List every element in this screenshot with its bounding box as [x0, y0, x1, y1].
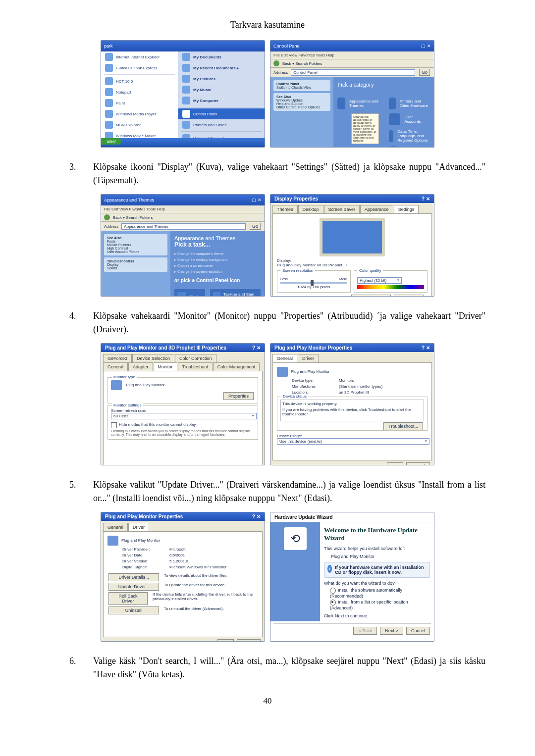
cat-printers[interactable]: Printers and Other Hardware: [389, 98, 430, 109]
usage-select[interactable]: Use this device (enable): [277, 438, 429, 445]
refresh-select[interactable]: 60 Hertz: [111, 413, 257, 419]
cat-accessibility[interactable]: Accessibility Options: [389, 147, 430, 148]
sm-paint[interactable]: Paint: [101, 98, 178, 108]
tab-colormgmt[interactable]: Color Management: [213, 362, 260, 371]
back-button[interactable]: < Back: [353, 627, 377, 635]
link[interactable]: Display: [107, 263, 118, 266]
hide-modes-label: Hide modes that this monitor cannot disp…: [119, 422, 196, 427]
task-link[interactable]: ▸ Choose a screen saver: [174, 264, 261, 268]
tab-driver[interactable]: Driver: [298, 354, 319, 362]
tab-themes[interactable]: Themes: [272, 205, 298, 213]
rollback-button[interactable]: Roll Back Driver: [108, 592, 148, 605]
sm-pictures[interactable]: My Pictures: [178, 73, 265, 84]
back-icon[interactable]: [104, 214, 110, 220]
display-icon-link[interactable]: Display: [174, 289, 205, 297]
help-close-icon[interactable]: ? ✕: [252, 345, 261, 351]
link[interactable]: High Contrast: [107, 247, 128, 250]
tab-desktop[interactable]: Desktop: [298, 205, 323, 213]
seealso-link[interactable]: Windows Update: [276, 99, 303, 102]
task-link[interactable]: ▸ Change the desktop background: [174, 258, 261, 262]
troubleshoot-button[interactable]: Troubleshoot...: [383, 422, 423, 430]
tab-colorcorr[interactable]: Color Correction: [175, 354, 216, 362]
seealso-link[interactable]: Help and Support: [276, 102, 303, 105]
less-label: Less: [280, 277, 288, 281]
nav-buttons[interactable]: Back ▾ Search Folders: [282, 61, 322, 66]
tab-settings[interactable]: Settings: [394, 205, 419, 213]
radio-auto[interactable]: [330, 588, 336, 594]
help-close-icon[interactable]: ? ✕: [252, 514, 261, 519]
link[interactable]: User Account Picture: [107, 250, 139, 253]
help-close-icon[interactable]: ? ✕: [422, 196, 430, 202]
back-icon[interactable]: [273, 60, 279, 66]
sm-music[interactable]: My Music: [178, 84, 265, 95]
window-controls-icon[interactable]: ▢ ✕: [421, 44, 431, 49]
next-button[interactable]: Next >: [380, 627, 403, 635]
ok-button[interactable]: OK: [387, 462, 403, 465]
cancel-button[interactable]: Cancel: [237, 639, 261, 642]
page-number: 40: [50, 696, 485, 706]
nav-buttons[interactable]: Back ▾ Search Folders: [113, 215, 153, 220]
resolution-slider[interactable]: [280, 282, 347, 284]
link[interactable]: Mouse Pointers: [107, 243, 131, 247]
menu-bar[interactable]: File Edit View Favorites Tools Help: [101, 205, 265, 213]
properties-button[interactable]: Properties: [223, 392, 254, 400]
sm-mydocs[interactable]: My Documents: [178, 51, 265, 62]
update-driver-button[interactable]: Update Driver...: [108, 583, 159, 591]
address-field[interactable]: Appearance and Themes: [121, 223, 246, 230]
go-button[interactable]: Go: [250, 223, 261, 230]
radio-list[interactable]: [330, 600, 336, 605]
tab-general[interactable]: General: [103, 362, 128, 371]
sm-mycomputer[interactable]: My Computer: [178, 95, 265, 106]
sm-printers[interactable]: Printers and Faxes: [178, 119, 265, 130]
task-link[interactable]: ▸ Change the computer's theme: [174, 252, 261, 256]
tab-troubleshoot[interactable]: Troubleshoot: [178, 362, 213, 371]
sm-notepad[interactable]: Notepad: [101, 87, 178, 98]
address-label: Address: [273, 70, 288, 75]
cat-datetime[interactable]: Date, Time, Language, and Regional Optio…: [389, 129, 430, 143]
task-link[interactable]: ▸ Change the screen resolution: [174, 270, 261, 274]
sm-hct[interactable]: HCT 10.0: [101, 76, 178, 87]
sm-recent[interactable]: My Recent Documents ▸: [178, 62, 265, 73]
link[interactable]: Sound: [107, 266, 117, 270]
color-select[interactable]: Highest (32 bit): [357, 277, 402, 284]
cancel-button[interactable]: Cancel: [406, 627, 430, 635]
opt-list-label: Install from a list or specific location…: [330, 600, 408, 610]
troubleshoot-button[interactable]: Troubleshoot...: [351, 295, 391, 297]
category-heading: Appearance and Themes: [174, 235, 261, 241]
tab-adapter[interactable]: Adapter: [128, 362, 153, 371]
switch-view-link[interactable]: Switch to Classic View: [276, 86, 311, 89]
cancel-button[interactable]: Cancel: [406, 462, 430, 465]
tab-monitor[interactable]: Monitor: [154, 362, 177, 371]
cat-appearance[interactable]: Appearance and Themes: [337, 98, 379, 109]
sm-msn[interactable]: MSN Explorer: [101, 119, 178, 130]
device-name: Plug and Play Monitor: [121, 538, 160, 543]
go-button[interactable]: Go: [419, 69, 430, 76]
tab-driver[interactable]: Driver: [128, 523, 149, 531]
tab-devsel[interactable]: Device Selection: [132, 354, 174, 362]
sm-control-panel[interactable]: Control Panel: [178, 108, 265, 119]
start-button[interactable]: start: [101, 138, 121, 145]
ok-button[interactable]: OK: [217, 639, 234, 642]
uninstall-button[interactable]: Uninstall: [108, 606, 159, 614]
advanced-button[interactable]: Advanced: [394, 295, 424, 297]
menu-bar[interactable]: File Edit View Favorites Tools Help: [270, 51, 434, 59]
link[interactable]: Fonts: [107, 240, 116, 243]
help-close-icon[interactable]: ? ✕: [422, 345, 430, 351]
sm-internet[interactable]: Internet Internet Explorer: [101, 51, 178, 62]
tab-general[interactable]: General: [272, 354, 297, 362]
tab-general[interactable]: General: [103, 523, 128, 531]
sm-wmp[interactable]: Windows Media Player: [101, 108, 178, 119]
sm-email[interactable]: E-mail Outlook Express: [101, 62, 178, 73]
driver-details-button[interactable]: Driver Details...: [108, 573, 159, 581]
seealso-link[interactable]: Other Control Panel Options: [276, 105, 320, 109]
display-label: Display:: [277, 258, 291, 263]
window-controls-icon[interactable]: ▢ ✕: [252, 198, 262, 202]
hide-modes-checkbox[interactable]: [111, 422, 117, 428]
hide-modes-desc: Clearing this check box allows you to se…: [111, 429, 255, 436]
tab-screensaver[interactable]: Screen Saver: [324, 205, 360, 213]
tab-geforce[interactable]: GeForce3: [103, 354, 132, 362]
taskbar-icon-link[interactable]: Taskbar and Start Menu: [210, 289, 261, 297]
cat-users[interactable]: User Accounts: [389, 113, 430, 125]
address-field[interactable]: Control Panel: [291, 69, 415, 76]
tab-appearance[interactable]: Appearance: [360, 205, 393, 213]
